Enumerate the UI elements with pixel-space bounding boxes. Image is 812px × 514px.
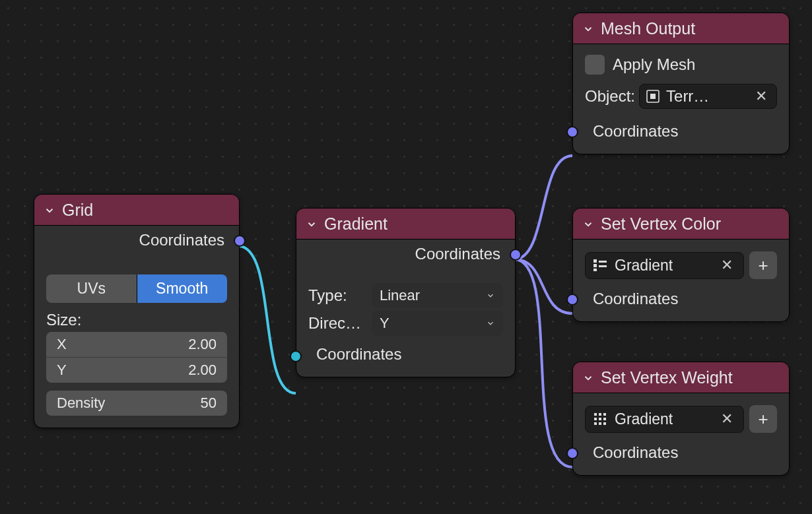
input-socket[interactable] xyxy=(566,447,578,459)
density-slider[interactable]: Density 50 xyxy=(46,391,227,416)
svg-rect-9 xyxy=(603,413,606,416)
node-header[interactable]: Gradient xyxy=(296,209,515,240)
node-gradient[interactable]: Gradient Coordinates Type: Linear Direc…… xyxy=(296,208,516,377)
collapse-chevron-icon[interactable] xyxy=(582,218,594,230)
direction-label: Direc… xyxy=(308,314,365,333)
add-attribute-button[interactable]: + xyxy=(749,251,777,279)
select-value: Y xyxy=(380,315,389,332)
collapse-chevron-icon[interactable] xyxy=(44,205,55,216)
object-value: Terr… xyxy=(666,87,746,106)
slider-value: 2.00 xyxy=(188,362,217,379)
vertex-color-icon xyxy=(592,257,608,273)
apply-mesh-checkbox[interactable] xyxy=(585,55,605,75)
node-mesh-output[interactable]: Mesh Output Apply Mesh Object: Terr… ✕ xyxy=(572,13,790,154)
select-value: Linear xyxy=(380,287,420,304)
svg-rect-15 xyxy=(603,422,606,425)
svg-rect-3 xyxy=(593,264,597,267)
collapse-chevron-icon[interactable] xyxy=(582,372,594,384)
node-header[interactable]: Mesh Output xyxy=(573,13,789,44)
svg-rect-14 xyxy=(599,422,601,425)
svg-rect-8 xyxy=(599,413,601,416)
clear-attribute-button[interactable]: ✕ xyxy=(717,410,737,428)
toggle-uvs-smooth[interactable]: UVs Smooth xyxy=(46,274,227,303)
output-socket[interactable] xyxy=(234,235,246,247)
node-title: Gradient xyxy=(324,214,388,234)
type-select[interactable]: Linear xyxy=(372,283,503,308)
collapse-chevron-icon[interactable] xyxy=(306,218,318,230)
input-socket[interactable] xyxy=(290,350,302,362)
vertex-group-icon xyxy=(592,411,608,427)
output-socket[interactable] xyxy=(510,249,522,261)
chevron-down-icon xyxy=(486,315,495,332)
node-set-vertex-weight[interactable]: Set Vertex Weight xyxy=(572,362,790,476)
svg-rect-4 xyxy=(593,269,597,271)
svg-rect-7 xyxy=(594,413,597,416)
attribute-value: Gradient xyxy=(615,410,710,428)
input-socket-label: Coordinates xyxy=(316,345,401,364)
object-icon xyxy=(645,88,661,104)
clear-object-button[interactable]: ✕ xyxy=(751,88,771,105)
collapse-chevron-icon[interactable] xyxy=(582,23,594,35)
slider-label: X xyxy=(57,336,67,353)
input-socket[interactable] xyxy=(566,294,578,305)
size-y-slider[interactable]: Y 2.00 xyxy=(46,357,227,383)
toggle-smooth[interactable]: Smooth xyxy=(137,274,228,303)
input-socket[interactable] xyxy=(566,126,578,138)
node-header[interactable]: Grid xyxy=(34,195,239,226)
node-title: Grid xyxy=(62,201,93,220)
slider-value: 50 xyxy=(201,395,217,412)
svg-rect-13 xyxy=(594,422,597,425)
svg-rect-11 xyxy=(599,418,601,420)
type-label: Type: xyxy=(308,286,365,305)
svg-rect-12 xyxy=(603,418,606,420)
add-attribute-button[interactable]: + xyxy=(749,405,777,433)
clear-attribute-button[interactable]: ✕ xyxy=(717,257,737,274)
svg-rect-6 xyxy=(599,265,607,267)
size-x-slider[interactable]: X 2.00 xyxy=(46,332,227,357)
svg-rect-1 xyxy=(650,94,656,99)
node-title: Set Vertex Color xyxy=(601,214,721,234)
svg-rect-5 xyxy=(599,261,607,263)
direction-select[interactable]: Y xyxy=(372,311,503,336)
node-header[interactable]: Set Vertex Color xyxy=(573,209,789,240)
apply-mesh-label: Apply Mesh xyxy=(613,55,695,74)
object-label: Object: xyxy=(585,87,635,106)
node-header[interactable]: Set Vertex Weight xyxy=(573,362,789,393)
object-field[interactable]: Terr… ✕ xyxy=(639,84,777,109)
chevron-down-icon xyxy=(486,287,495,304)
node-title: Set Vertex Weight xyxy=(601,368,733,387)
size-label: Size: xyxy=(34,308,239,332)
vcolor-attribute-field[interactable]: Gradient ✕ xyxy=(585,252,744,279)
node-title: Mesh Output xyxy=(601,19,695,38)
node-editor-canvas[interactable]: Grid Coordinates UVs Smooth Size: X 2.00… xyxy=(0,0,812,514)
slider-label: Y xyxy=(57,362,67,379)
input-socket-label: Coordinates xyxy=(593,443,678,462)
node-set-vertex-color[interactable]: Set Vertex Color Gradient xyxy=(572,208,790,322)
svg-rect-10 xyxy=(594,418,597,420)
output-socket-label: Coordinates xyxy=(139,231,224,249)
attribute-value: Gradient xyxy=(615,257,710,274)
toggle-uvs[interactable]: UVs xyxy=(46,274,137,303)
node-grid[interactable]: Grid Coordinates UVs Smooth Size: X 2.00… xyxy=(34,194,240,428)
svg-rect-2 xyxy=(593,259,597,263)
input-socket-label: Coordinates xyxy=(593,122,678,141)
slider-label: Density xyxy=(57,395,105,412)
vweight-attribute-field[interactable]: Gradient ✕ xyxy=(585,406,744,433)
input-socket-label: Coordinates xyxy=(593,290,678,308)
output-socket-label: Coordinates xyxy=(415,245,500,263)
slider-value: 2.00 xyxy=(188,336,217,353)
